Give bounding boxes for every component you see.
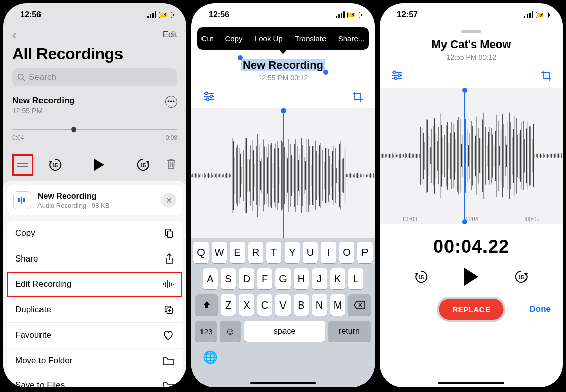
- key-x[interactable]: X: [239, 294, 254, 316]
- key-f[interactable]: F: [257, 268, 272, 289]
- action-sheet: New Recording Audio Recording · 98 KB ✕ …: [3, 181, 186, 387]
- title-input[interactable]: New Recording: [241, 59, 325, 71]
- nav-bar: ‹ Edit: [3, 26, 186, 45]
- time-ticks: 00:0300:0400:05: [380, 216, 563, 222]
- waveform-icon: [380, 105, 563, 206]
- menu-share[interactable]: Share: [7, 246, 182, 272]
- key-c[interactable]: C: [257, 294, 272, 316]
- key-l[interactable]: L: [348, 268, 363, 289]
- text-popover: Cut Copy Look Up Translate Share...: [197, 27, 369, 50]
- waveform-button[interactable]: [12, 154, 33, 176]
- key-v[interactable]: V: [275, 294, 291, 316]
- svg-rect-8: [23, 198, 25, 202]
- key-g[interactable]: G: [275, 268, 291, 289]
- recording-subtitle: 12:55 PM 00:12: [380, 53, 563, 61]
- crop-icon[interactable]: [352, 91, 363, 104]
- replace-button[interactable]: REPLACE: [439, 299, 503, 320]
- key-r[interactable]: R: [248, 242, 263, 263]
- backspace-icon: [354, 301, 365, 309]
- edit-button[interactable]: Edit: [163, 30, 177, 40]
- settings-icon[interactable]: [391, 70, 403, 83]
- recording-title: New Recording: [12, 96, 75, 106]
- key-y[interactable]: Y: [285, 242, 300, 263]
- key-return[interactable]: return: [328, 321, 371, 342]
- popover-lookup[interactable]: Look Up: [253, 34, 285, 43]
- waveform-area[interactable]: 00:0300:0400:05: [380, 88, 563, 224]
- key-backspace[interactable]: [348, 294, 371, 316]
- key-k[interactable]: K: [330, 268, 345, 289]
- svg-point-160: [393, 71, 396, 74]
- sheet-title: New Recording: [37, 192, 109, 201]
- sheet-header: New Recording Audio Recording · 98 KB ✕: [7, 185, 182, 215]
- sheet-grabber[interactable]: [461, 30, 481, 33]
- screen-edit: 12:57 ⚡︎ My Cat's Meow 12:55 PM 00:12 00…: [380, 3, 563, 387]
- menu-save-files[interactable]: Save to Files: [7, 373, 182, 387]
- key-z[interactable]: Z: [221, 294, 236, 316]
- key-q[interactable]: Q: [193, 242, 209, 263]
- scrub-bar[interactable]: [12, 129, 177, 130]
- key-e[interactable]: E: [230, 242, 245, 263]
- key-b[interactable]: B: [294, 294, 309, 316]
- key-s[interactable]: S: [221, 268, 236, 289]
- skip-forward-icon[interactable]: 15: [514, 269, 529, 284]
- globe-icon[interactable]: 🌐: [193, 347, 373, 364]
- key-i[interactable]: I: [321, 242, 336, 263]
- key-numbers[interactable]: 123: [195, 321, 217, 342]
- recording-subtitle: 12:55 PM 00:12: [191, 74, 375, 82]
- key-j[interactable]: J: [312, 268, 327, 289]
- key-h[interactable]: H: [294, 268, 309, 289]
- menu-copy[interactable]: Copy: [7, 221, 182, 246]
- play-icon[interactable]: [464, 268, 478, 286]
- folder-icon: [162, 381, 174, 387]
- popover-translate[interactable]: Translate: [293, 34, 328, 43]
- more-icon[interactable]: •••: [165, 96, 177, 108]
- menu-favourite[interactable]: Favourite: [7, 323, 182, 349]
- status-bar: 12:56 ⚡︎: [191, 3, 375, 26]
- search-input[interactable]: Search: [12, 68, 177, 86]
- recording-title[interactable]: My Cat's Meow: [380, 38, 563, 51]
- home-indicator[interactable]: [250, 382, 316, 384]
- settings-icon[interactable]: [203, 91, 215, 104]
- key-u[interactable]: U: [303, 242, 318, 263]
- playhead[interactable]: [464, 88, 465, 224]
- svg-point-164: [395, 77, 397, 80]
- battery-icon: ⚡︎: [536, 12, 549, 18]
- key-o[interactable]: O: [339, 242, 354, 263]
- key-d[interactable]: D: [239, 268, 254, 289]
- key-w[interactable]: W: [212, 242, 227, 263]
- svg-text:15: 15: [52, 163, 58, 168]
- key-space[interactable]: space: [244, 321, 325, 342]
- key-shift[interactable]: [195, 294, 218, 316]
- recording-item[interactable]: New Recording 12:55 PM ••• 0:04 -0:08: [3, 92, 186, 141]
- close-icon[interactable]: ✕: [161, 193, 176, 208]
- back-icon[interactable]: ‹: [12, 28, 17, 41]
- svg-point-162: [398, 74, 401, 77]
- play-icon[interactable]: [94, 159, 104, 171]
- status-bar: 12:57 ⚡︎: [380, 3, 563, 26]
- key-p[interactable]: P: [357, 242, 373, 263]
- popover-share[interactable]: Share...: [336, 34, 367, 43]
- playhead[interactable]: [283, 108, 284, 242]
- status-time: 12:57: [397, 10, 418, 19]
- crop-icon[interactable]: [541, 70, 552, 83]
- key-emoji[interactable]: ☺: [220, 321, 241, 342]
- popover-cut[interactable]: Cut: [199, 34, 215, 43]
- menu-move-folder[interactable]: Move to Folder: [7, 349, 182, 373]
- skip-back-icon[interactable]: 15: [414, 269, 429, 284]
- home-indicator[interactable]: [438, 382, 504, 384]
- svg-rect-10: [167, 231, 172, 237]
- menu-edit-recording[interactable]: Edit Recording: [7, 272, 182, 297]
- skip-forward-icon[interactable]: 15: [136, 157, 151, 172]
- key-a[interactable]: A: [203, 268, 218, 289]
- screen-all-recordings: 12:56 ⚡︎ ‹ Edit All Recordings Search Ne…: [3, 3, 186, 387]
- done-button[interactable]: Done: [530, 304, 551, 314]
- waveform-area[interactable]: [191, 108, 375, 242]
- trash-icon[interactable]: [165, 157, 177, 172]
- key-m[interactable]: M: [330, 294, 345, 316]
- svg-point-22: [205, 92, 208, 95]
- key-n[interactable]: N: [312, 294, 327, 316]
- popover-copy[interactable]: Copy: [223, 34, 245, 43]
- skip-back-icon[interactable]: 15: [48, 157, 63, 172]
- key-t[interactable]: T: [266, 242, 281, 263]
- menu-duplicate[interactable]: Duplicate: [7, 297, 182, 323]
